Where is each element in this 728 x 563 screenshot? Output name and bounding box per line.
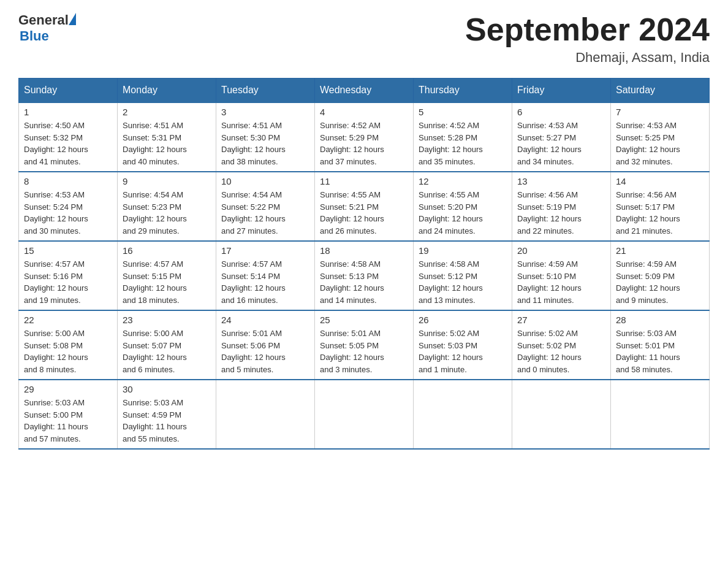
- day-info: Sunrise: 4:52 AMSunset: 5:28 PMDaylight:…: [419, 120, 507, 167]
- calendar-cell: 8 Sunrise: 4:53 AMSunset: 5:24 PMDayligh…: [19, 172, 118, 241]
- day-number: 29: [24, 384, 112, 394]
- day-info: Sunrise: 4:59 AMSunset: 5:09 PMDaylight:…: [616, 258, 704, 306]
- weekday-header-tuesday: Tuesday: [216, 79, 315, 103]
- day-info: Sunrise: 5:03 AMSunset: 5:00 PMDaylight:…: [24, 397, 112, 445]
- day-number: 18: [320, 245, 408, 256]
- calendar-table: SundayMondayTuesdayWednesdayThursdayFrid…: [18, 78, 710, 450]
- day-info: Sunrise: 4:56 AMSunset: 5:19 PMDaylight:…: [517, 189, 605, 237]
- calendar-cell: 3 Sunrise: 4:51 AMSunset: 5:30 PMDayligh…: [216, 102, 315, 172]
- day-number: 22: [24, 315, 112, 325]
- calendar-cell: 27 Sunrise: 5:02 AMSunset: 5:02 PMDaylig…: [512, 310, 611, 380]
- calendar-cell: 13 Sunrise: 4:56 AMSunset: 5:19 PMDaylig…: [512, 172, 611, 241]
- calendar-cell: 7 Sunrise: 4:53 AMSunset: 5:25 PMDayligh…: [611, 102, 710, 172]
- calendar-cell: 6 Sunrise: 4:53 AMSunset: 5:27 PMDayligh…: [512, 102, 611, 172]
- calendar-cell: 28 Sunrise: 5:03 AMSunset: 5:01 PMDaylig…: [611, 310, 710, 380]
- calendar-cell: [611, 380, 710, 449]
- day-number: 14: [616, 176, 704, 186]
- calendar-cell: 29 Sunrise: 5:03 AMSunset: 5:00 PMDaylig…: [19, 380, 118, 449]
- day-info: Sunrise: 4:52 AMSunset: 5:29 PMDaylight:…: [320, 120, 408, 167]
- calendar-cell: 15 Sunrise: 4:57 AMSunset: 5:16 PMDaylig…: [19, 241, 118, 310]
- day-info: Sunrise: 5:00 AMSunset: 5:08 PMDaylight:…: [24, 327, 112, 375]
- calendar-cell: 26 Sunrise: 5:02 AMSunset: 5:03 PMDaylig…: [414, 310, 512, 380]
- calendar-cell: 5 Sunrise: 4:52 AMSunset: 5:28 PMDayligh…: [414, 102, 512, 172]
- calendar-cell: 24 Sunrise: 5:01 AMSunset: 5:06 PMDaylig…: [216, 310, 315, 380]
- day-number: 11: [320, 176, 408, 186]
- day-info: Sunrise: 5:02 AMSunset: 5:02 PMDaylight:…: [517, 327, 605, 375]
- calendar-cell: [512, 380, 611, 449]
- day-info: Sunrise: 5:03 AMSunset: 4:59 PMDaylight:…: [123, 397, 211, 445]
- day-number: 3: [221, 107, 309, 117]
- day-number: 27: [517, 315, 605, 325]
- day-number: 7: [616, 107, 704, 117]
- day-number: 23: [123, 315, 211, 325]
- calendar-cell: 4 Sunrise: 4:52 AMSunset: 5:29 PMDayligh…: [315, 102, 414, 172]
- day-number: 6: [517, 107, 605, 117]
- calendar-week-5: 29 Sunrise: 5:03 AMSunset: 5:00 PMDaylig…: [19, 380, 710, 449]
- day-info: Sunrise: 4:58 AMSunset: 5:13 PMDaylight:…: [320, 258, 408, 306]
- calendar-cell: 14 Sunrise: 4:56 AMSunset: 5:17 PMDaylig…: [611, 172, 710, 241]
- day-number: 2: [123, 107, 211, 117]
- day-number: 20: [517, 245, 605, 256]
- weekday-header-friday: Friday: [512, 79, 611, 103]
- day-info: Sunrise: 4:54 AMSunset: 5:23 PMDaylight:…: [123, 189, 211, 237]
- calendar-cell: 12 Sunrise: 4:55 AMSunset: 5:20 PMDaylig…: [414, 172, 512, 241]
- day-info: Sunrise: 4:55 AMSunset: 5:21 PMDaylight:…: [320, 189, 408, 237]
- calendar-week-3: 15 Sunrise: 4:57 AMSunset: 5:16 PMDaylig…: [19, 241, 710, 310]
- day-number: 13: [517, 176, 605, 186]
- day-info: Sunrise: 4:51 AMSunset: 5:31 PMDaylight:…: [123, 120, 211, 167]
- day-info: Sunrise: 5:01 AMSunset: 5:05 PMDaylight:…: [320, 327, 408, 375]
- calendar-week-2: 8 Sunrise: 4:53 AMSunset: 5:24 PMDayligh…: [19, 172, 710, 241]
- logo-general: General: [18, 12, 69, 28]
- day-info: Sunrise: 4:53 AMSunset: 5:25 PMDaylight:…: [616, 120, 704, 167]
- day-number: 9: [123, 176, 211, 186]
- day-number: 16: [123, 245, 211, 256]
- calendar-cell: 22 Sunrise: 5:00 AMSunset: 5:08 PMDaylig…: [19, 310, 118, 380]
- logo-triangle-icon: [69, 13, 76, 25]
- weekday-header-row: SundayMondayTuesdayWednesdayThursdayFrid…: [19, 79, 710, 103]
- day-info: Sunrise: 4:58 AMSunset: 5:12 PMDaylight:…: [419, 258, 507, 306]
- day-number: 1: [24, 107, 112, 117]
- day-info: Sunrise: 4:54 AMSunset: 5:22 PMDaylight:…: [221, 189, 309, 237]
- calendar-cell: 9 Sunrise: 4:54 AMSunset: 5:23 PMDayligh…: [118, 172, 216, 241]
- day-number: 25: [320, 315, 408, 325]
- day-info: Sunrise: 4:57 AMSunset: 5:14 PMDaylight:…: [221, 258, 309, 306]
- calendar-cell: 21 Sunrise: 4:59 AMSunset: 5:09 PMDaylig…: [611, 241, 710, 310]
- day-number: 5: [419, 107, 507, 117]
- month-title: September 2024: [465, 12, 710, 47]
- day-number: 17: [221, 245, 309, 256]
- page-header: General Blue September 2024 Dhemaji, Ass…: [18, 12, 710, 66]
- calendar-cell: 30 Sunrise: 5:03 AMSunset: 4:59 PMDaylig…: [118, 380, 216, 449]
- weekday-header-sunday: Sunday: [19, 79, 118, 103]
- calendar-week-4: 22 Sunrise: 5:00 AMSunset: 5:08 PMDaylig…: [19, 310, 710, 380]
- calendar-cell: [414, 380, 512, 449]
- calendar-cell: [315, 380, 414, 449]
- day-number: 21: [616, 245, 704, 256]
- calendar-cell: 23 Sunrise: 5:00 AMSunset: 5:07 PMDaylig…: [118, 310, 216, 380]
- day-info: Sunrise: 4:53 AMSunset: 5:27 PMDaylight:…: [517, 120, 605, 167]
- calendar-cell: 10 Sunrise: 4:54 AMSunset: 5:22 PMDaylig…: [216, 172, 315, 241]
- day-info: Sunrise: 4:51 AMSunset: 5:30 PMDaylight:…: [221, 120, 309, 167]
- day-info: Sunrise: 4:50 AMSunset: 5:32 PMDaylight:…: [24, 120, 112, 167]
- day-info: Sunrise: 4:57 AMSunset: 5:16 PMDaylight:…: [24, 258, 112, 306]
- day-number: 26: [419, 315, 507, 325]
- day-number: 4: [320, 107, 408, 117]
- calendar-cell: 25 Sunrise: 5:01 AMSunset: 5:05 PMDaylig…: [315, 310, 414, 380]
- day-info: Sunrise: 4:53 AMSunset: 5:24 PMDaylight:…: [24, 189, 112, 237]
- day-info: Sunrise: 4:56 AMSunset: 5:17 PMDaylight:…: [616, 189, 704, 237]
- calendar-cell: 17 Sunrise: 4:57 AMSunset: 5:14 PMDaylig…: [216, 241, 315, 310]
- day-info: Sunrise: 5:01 AMSunset: 5:06 PMDaylight:…: [221, 327, 309, 375]
- weekday-header-thursday: Thursday: [414, 79, 512, 103]
- calendar-cell: 18 Sunrise: 4:58 AMSunset: 5:13 PMDaylig…: [315, 241, 414, 310]
- calendar-cell: [216, 380, 315, 449]
- day-number: 8: [24, 176, 112, 186]
- weekday-header-monday: Monday: [118, 79, 216, 103]
- day-number: 10: [221, 176, 309, 186]
- day-number: 30: [123, 384, 211, 394]
- title-block: September 2024 Dhemaji, Assam, India: [465, 12, 710, 66]
- day-info: Sunrise: 5:00 AMSunset: 5:07 PMDaylight:…: [123, 327, 211, 375]
- weekday-header-saturday: Saturday: [611, 79, 710, 103]
- calendar-cell: 2 Sunrise: 4:51 AMSunset: 5:31 PMDayligh…: [118, 102, 216, 172]
- location-title: Dhemaji, Assam, India: [465, 50, 710, 66]
- weekday-header-wednesday: Wednesday: [315, 79, 414, 103]
- day-info: Sunrise: 5:02 AMSunset: 5:03 PMDaylight:…: [419, 327, 507, 375]
